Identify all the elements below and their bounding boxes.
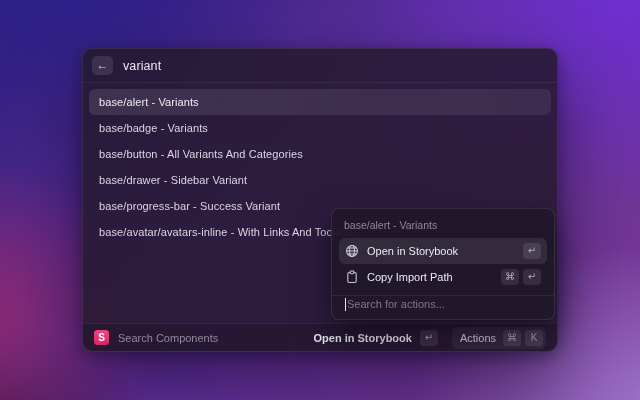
result-row-base-drawer[interactable]: base/drawer - Sidebar Variant [89,167,551,193]
result-row-base-badge[interactable]: base/badge - Variants [89,115,551,141]
k-key-badge: K [525,330,543,346]
back-button[interactable]: ← [92,56,113,75]
clipboard-icon [345,270,359,284]
actions-label: Actions [460,332,496,344]
footer-context-label: Search Components [118,332,218,344]
actions-popover: base/alert - Variants Open in Storybook … [331,208,555,320]
palette-footer: S Search Components Open in Storybook ↵ … [83,323,557,351]
globe-icon [345,244,359,258]
primary-action-button[interactable]: Open in Storybook [314,332,412,344]
actions-search-input[interactable]: Search for actions... [339,296,547,312]
actions-menu-button[interactable]: Actions ⌘ K [452,327,546,349]
palette-header: ← variant [83,49,557,83]
search-query-text[interactable]: variant [123,59,161,73]
cmd-key-badge: ⌘ [501,269,519,285]
result-row-base-alert[interactable]: base/alert - Variants [89,89,551,115]
action-open-in-storybook[interactable]: Open in Storybook ↵ [339,238,547,264]
action-item-label: Copy Import Path [367,271,493,283]
popover-context-title: base/alert - Variants [339,216,547,238]
cmd-key-badge: ⌘ [503,330,521,346]
return-key-badge: ↵ [420,330,438,346]
return-key-badge: ↵ [523,243,541,259]
desktop-background: ← variant base/alert - Variants base/bad… [0,0,640,400]
text-caret [345,298,346,311]
actions-search-placeholder: Search for actions... [347,298,445,310]
storybook-logo-icon: S [94,330,109,345]
action-item-label: Open in Storybook [367,245,515,257]
command-palette-window: ← variant base/alert - Variants base/bad… [82,48,558,352]
footer-actions-area: Open in Storybook ↵ Actions ⌘ K [314,327,546,349]
action-copy-import-path[interactable]: Copy Import Path ⌘ ↵ [339,264,547,290]
return-key-badge: ↵ [523,269,541,285]
result-row-base-button[interactable]: base/button - All Variants And Categorie… [89,141,551,167]
back-arrow-icon: ← [97,58,109,72]
